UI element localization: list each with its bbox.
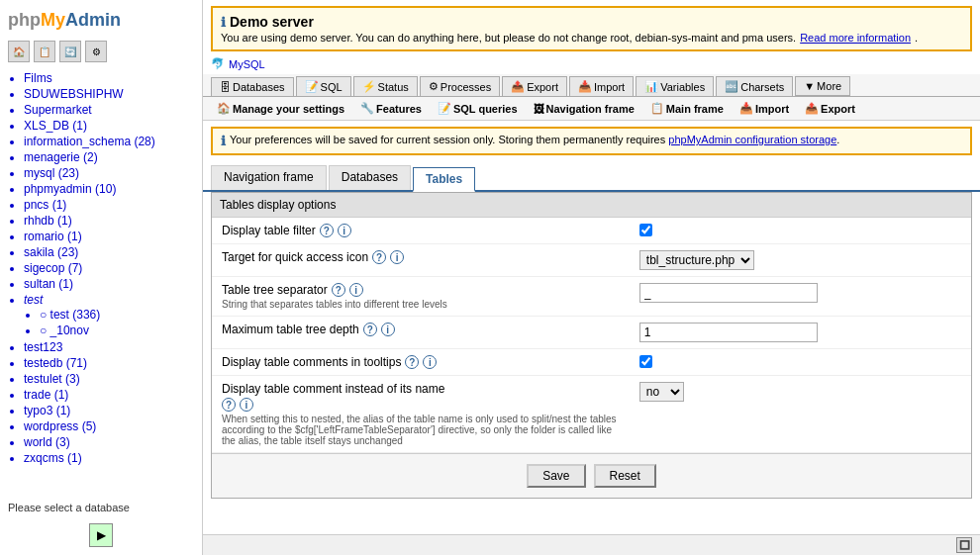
settings-link-import[interactable]: 📥 Import xyxy=(734,100,795,117)
setting-label-cell: Target for quick access icon ? i xyxy=(212,244,630,277)
help-icon-dcin[interactable]: ? xyxy=(222,398,236,412)
reset-button[interactable]: Reset xyxy=(594,464,656,488)
db-item-zxqcms[interactable]: zxqcms (1) xyxy=(24,450,194,466)
db-item-films[interactable]: Films xyxy=(24,70,194,86)
databases-icon: 🗄 xyxy=(220,81,231,93)
db-item-test[interactable]: test ○ test (336) ○ _10nov xyxy=(24,292,194,339)
setting-control-cell xyxy=(630,218,971,244)
settings-link-sql[interactable]: 📝 SQL queries xyxy=(432,100,524,117)
settings-table: Display table filter ? i xyxy=(212,218,971,453)
info-icon-mttd[interactable]: i xyxy=(381,323,395,336)
features-label: Features xyxy=(376,103,422,115)
db-item-sakila[interactable]: sakila (23) xyxy=(24,244,194,260)
settings-icon-btn[interactable]: ⚙ xyxy=(85,41,107,62)
db-item-rhhdb[interactable]: rhhdb (1) xyxy=(24,213,194,229)
db-item-testedb[interactable]: testedb (71) xyxy=(24,355,194,371)
sub-tabs: Navigation frame Databases Tables xyxy=(203,161,980,192)
demo-info-text: You are using demo server. You can do an… xyxy=(221,32,962,44)
tab-processes-label: Processes xyxy=(441,81,491,93)
display-table-filter-checkbox[interactable] xyxy=(639,224,652,236)
db-item-testulet[interactable]: testulet (3) xyxy=(24,371,194,387)
tab-variables[interactable]: 📊 Variables xyxy=(636,76,714,96)
info-icon-dcin[interactable]: i xyxy=(240,398,253,412)
mysql-row[interactable]: 🐬 MySQL xyxy=(211,57,972,70)
db-item-sigecop[interactable]: sigecop (7) xyxy=(24,260,194,276)
settings-link-manage[interactable]: 🏠 Manage your settings xyxy=(211,100,350,117)
charsets-icon: 🔤 xyxy=(725,80,738,93)
tab-export[interactable]: 📤 Export xyxy=(502,76,567,96)
info-icon-dct[interactable]: i xyxy=(423,355,437,369)
tab-databases[interactable]: 🗄 Databases xyxy=(211,77,294,96)
expand-arrow-button[interactable]: ▶ xyxy=(89,523,113,547)
help-icon-mttd[interactable]: ? xyxy=(363,323,377,336)
tab-processes[interactable]: ⚙ Processes xyxy=(420,76,500,96)
db-item-trade[interactable]: trade (1) xyxy=(24,387,194,403)
display-comments-checkbox[interactable] xyxy=(639,355,652,368)
bottom-icon[interactable]: 🔲 xyxy=(956,537,972,553)
table-tree-separator-desc: String that separates tables into differ… xyxy=(222,299,620,310)
info-icon-dtf[interactable]: i xyxy=(338,224,351,237)
db-item-wordpress[interactable]: wordpress (5) xyxy=(24,418,194,434)
help-icon-dct[interactable]: ? xyxy=(405,355,419,369)
tab-sql[interactable]: 📝 SQL xyxy=(296,76,351,96)
tab-import[interactable]: 📥 Import xyxy=(569,76,634,96)
setting-label-cell: Display table comments in tooltips ? i xyxy=(212,349,630,376)
config-storage-link[interactable]: phpMyAdmin configuration storage xyxy=(668,134,836,145)
sub-tab-nav-frame[interactable]: Navigation frame xyxy=(211,165,327,190)
db-item-sduwebshiphw[interactable]: SDUWEBSHIPHW xyxy=(24,86,194,102)
db-item-sultan[interactable]: sultan (1) xyxy=(24,276,194,292)
table-row: Display table comments in tooltips ? i xyxy=(212,349,971,376)
home-icon-btn[interactable]: 🏠 xyxy=(8,41,30,62)
settings-link-features[interactable]: 🔧 Features xyxy=(354,100,428,117)
db-item-typo3[interactable]: typo3 (1) xyxy=(24,403,194,418)
features-icon: 🔧 xyxy=(360,102,374,115)
db-sub-item-test336[interactable]: ○ test (336) xyxy=(40,307,194,323)
help-icon-dtf[interactable]: ? xyxy=(320,224,334,237)
table-row: Target for quick access icon ? i tbl_str… xyxy=(212,244,971,277)
settings-link-main-frame[interactable]: 📋 Main frame xyxy=(644,100,730,117)
info-icon-tts[interactable]: i xyxy=(349,283,363,297)
db-item-world[interactable]: world (3) xyxy=(24,434,194,450)
db-item-pncs[interactable]: pncs (1) xyxy=(24,197,194,213)
tab-variables-label: Variables xyxy=(660,81,705,93)
db-item-supermarket[interactable]: Supermarket xyxy=(24,102,194,118)
info-icon-tqa[interactable]: i xyxy=(390,250,404,264)
target-quick-access-select[interactable]: tbl_structure.php tbl_sql.php tbl_select… xyxy=(639,250,754,270)
db-item-test123[interactable]: test123 xyxy=(24,339,194,355)
import2-icon: 📥 xyxy=(739,102,753,115)
clipboard-icon-btn[interactable]: 📋 xyxy=(34,41,55,62)
help-icon-tts[interactable]: ? xyxy=(332,283,345,297)
help-icon-tqa[interactable]: ? xyxy=(372,250,386,264)
mysql-link[interactable]: MySQL xyxy=(229,58,265,70)
display-comment-instead-select[interactable]: no yes xyxy=(639,382,684,402)
save-button[interactable]: Save xyxy=(527,464,585,488)
db-item-romario[interactable]: romario (1) xyxy=(24,229,194,244)
db-item-menagerie[interactable]: menagerie (2) xyxy=(24,149,194,165)
tab-export-label: Export xyxy=(527,81,558,93)
target-quick-access-control: tbl_structure.php tbl_sql.php tbl_select… xyxy=(639,250,961,270)
db-item-xlsdb[interactable]: XLS_DB (1) xyxy=(24,118,194,134)
sql-icon: 📝 xyxy=(305,80,319,93)
db-sub-item-10nov[interactable]: ○ _10nov xyxy=(40,323,194,338)
db-item-information-schema[interactable]: information_schema (28) xyxy=(24,134,194,149)
db-item-phpmyadmin[interactable]: phpmyadmin (10) xyxy=(24,181,194,197)
tab-more[interactable]: ▼ More xyxy=(795,76,850,96)
read-more-link[interactable]: Read more information xyxy=(800,32,911,44)
db-item-mysql[interactable]: mysql (23) xyxy=(24,165,194,181)
setting-control-cell: no yes xyxy=(630,376,971,453)
settings-link-nav-frame[interactable]: 🖼 Navigation frame xyxy=(528,101,640,117)
settings-link-export[interactable]: 📤 Export xyxy=(799,100,861,117)
sub-tab-databases[interactable]: Databases xyxy=(329,165,411,190)
setting-label-cell: Table tree separator ? i String that sep… xyxy=(212,277,630,317)
nav-frame-icon: 🖼 xyxy=(534,103,544,115)
max-table-tree-depth-input[interactable] xyxy=(639,323,818,342)
tab-charsets[interactable]: 🔤 Charsets xyxy=(716,76,793,96)
table-tree-separator-input[interactable] xyxy=(639,283,818,303)
sub-tab-tables[interactable]: Tables xyxy=(413,167,475,192)
table-row: Display table filter ? i xyxy=(212,218,971,244)
main-frame-label: Main frame xyxy=(666,103,724,115)
db-list: Films SDUWEBSHIPHW Supermarket XLS_DB (1… xyxy=(0,66,202,496)
session-notice: ℹ Your preferences will be saved for cur… xyxy=(211,127,972,155)
refresh-icon-btn[interactable]: 🔄 xyxy=(59,41,81,62)
tab-status[interactable]: ⚡ Status xyxy=(353,76,418,96)
